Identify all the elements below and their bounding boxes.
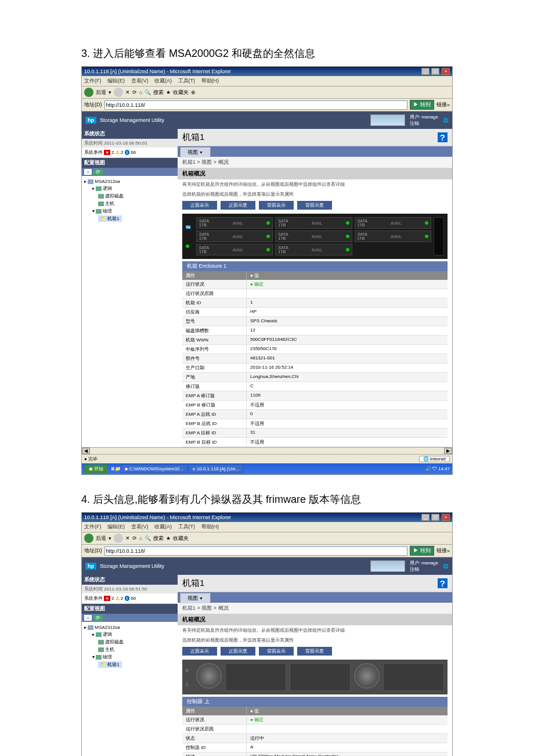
collapse-icon[interactable]: −	[84, 169, 92, 175]
min-icon[interactable]: _	[421, 68, 430, 75]
stop-icon[interactable]: ✕	[125, 89, 130, 95]
view-front-repr[interactable]: 正面表示	[182, 647, 217, 656]
stop-icon[interactable]: ✕	[125, 535, 130, 541]
tree-encl[interactable]: 📁 机箱1	[84, 661, 175, 668]
view-back-repr[interactable]: 背面表示	[259, 201, 294, 210]
menu-tools[interactable]: 工具(T)	[178, 524, 196, 530]
start-button[interactable]: ◉ 开始	[84, 465, 108, 473]
drive-slot[interactable]: SATA1TBAVAIL	[196, 244, 273, 255]
refresh-tree-icon[interactable]: ⟳	[93, 615, 103, 621]
help-icon[interactable]: ?	[438, 132, 448, 142]
drive-slot[interactable]: SATA1TBAVAIL	[355, 217, 431, 229]
tree-root[interactable]: ▸ MSA2312sa	[84, 178, 175, 185]
tree-phys[interactable]: ▾ 物理	[84, 653, 175, 661]
task-ie[interactable]: e 10.0.1.118 [A] (Uni...	[189, 465, 243, 473]
close-icon[interactable]: ×	[442, 514, 450, 521]
sidebar: 系统状态 系统时间 2011-03-18 06:51:50 系统事件 × 2 ⚠…	[82, 575, 178, 756]
back-icon[interactable]	[84, 88, 93, 97]
task-cmd[interactable]: ■ C:\WINDOWS\system32...	[121, 465, 187, 473]
tab-view[interactable]: 视图▼	[180, 147, 211, 157]
system-time: 系统时间 2011-03-18 06:50:03	[82, 139, 178, 147]
window-title: 10.0.1.118 [A] (Uninitialized Name) - Mi…	[84, 514, 231, 520]
scroll-right-icon[interactable]: ▶	[444, 448, 452, 454]
go-button[interactable]: ▶ 转到	[410, 100, 434, 110]
menu-fav[interactable]: 收藏(A)	[154, 524, 172, 530]
home-icon[interactable]: ⌂	[139, 535, 142, 541]
tree-encl[interactable]: 📁 机箱1	[84, 215, 175, 222]
view-back-schem[interactable]: 背面示意	[297, 201, 332, 210]
back-icon[interactable]	[84, 534, 93, 543]
drive-slot[interactable]: SATA1TBAVAIL	[355, 231, 431, 242]
search-icon[interactable]: 🔍	[145, 535, 151, 541]
view-back-schem[interactable]: 背面示意	[297, 647, 332, 656]
menu-edit[interactable]: 编辑(E)	[107, 524, 125, 530]
view-back-repr[interactable]: 背面表示	[259, 647, 294, 656]
history-icon[interactable]: ⊕	[191, 89, 196, 95]
h-scroll[interactable]: ◀▶	[82, 447, 452, 454]
tree-root[interactable]: ▸ MSA2312sa	[84, 624, 175, 631]
fav-icon[interactable]: ★	[166, 535, 171, 541]
lang-icon[interactable]: 🌐	[443, 118, 449, 123]
collapse-icon[interactable]: −	[84, 615, 92, 621]
prop-key: 磁盘插槽数	[182, 326, 246, 335]
tree-host[interactable]: 主机	[84, 646, 175, 653]
warn-icon[interactable]: ⚠	[116, 150, 120, 155]
tree-vd[interactable]: 虚拟磁盘	[84, 638, 175, 646]
lang-icon[interactable]: 🌐	[443, 564, 449, 569]
tab-view[interactable]: 视图▼	[180, 593, 211, 603]
view-front-schem[interactable]: 正面示意	[221, 647, 255, 656]
max-icon[interactable]: □	[431, 68, 439, 75]
tree-logic[interactable]: ▸ 逻辑	[84, 185, 175, 192]
tray-icon-2[interactable]: 🛡	[432, 466, 437, 471]
drive-slot[interactable]: SATA1TBAVAIL	[275, 231, 352, 242]
error-icon[interactable]: ×	[104, 150, 110, 155]
logout-link[interactable]: 注销	[410, 567, 419, 572]
drive-slot[interactable]: SATA1TBAVAIL	[196, 217, 273, 229]
menu-help[interactable]: 帮助(H)	[201, 78, 219, 84]
refresh-icon[interactable]: ⟳	[132, 89, 137, 95]
tray-icon[interactable]: 🔊	[425, 466, 431, 471]
ql-icon[interactable]: 🖥	[110, 466, 115, 471]
drive-slot[interactable]: SATA1TBAVAIL	[196, 231, 273, 242]
menu-help[interactable]: 帮助(H)	[201, 524, 219, 530]
tree-phys[interactable]: ▾ 物理	[84, 207, 175, 215]
view-front-schem[interactable]: 正面示意	[221, 201, 255, 210]
home-icon[interactable]: ⌂	[139, 89, 142, 95]
menu-view[interactable]: 查看(V)	[131, 524, 149, 530]
drive-slot[interactable]: SATA1TBAVAIL	[275, 217, 352, 229]
drive-slot[interactable]: SATA1TBAVAIL	[275, 244, 352, 255]
url-input[interactable]	[104, 100, 408, 110]
max-icon[interactable]: □	[431, 514, 439, 521]
logout-link[interactable]: 注销	[410, 121, 419, 126]
prop-header: 机箱 Enclosure 1	[182, 261, 448, 271]
tree-vd[interactable]: 虚拟磁盘	[84, 192, 175, 200]
refresh-tree-icon[interactable]: ⟳	[93, 169, 103, 175]
min-icon[interactable]: _	[421, 514, 430, 521]
tree-host[interactable]: 主机	[84, 200, 175, 207]
refresh-icon[interactable]: ⟳	[132, 535, 137, 541]
forward-icon[interactable]	[114, 534, 123, 543]
menu-view[interactable]: 查看(V)	[131, 78, 149, 84]
go-button[interactable]: ▶ 转到	[410, 546, 434, 556]
help-icon[interactable]: ?	[438, 578, 448, 588]
error-icon[interactable]: ×	[104, 596, 110, 601]
info-icon[interactable]: i	[125, 596, 129, 601]
info-icon[interactable]: i	[125, 150, 129, 155]
forward-icon[interactable]	[114, 88, 123, 97]
menu-tools[interactable]: 工具(T)	[178, 78, 196, 84]
url-input[interactable]	[104, 546, 408, 556]
warn-icon[interactable]: ⚠	[116, 596, 120, 601]
search-icon[interactable]: 🔍	[145, 89, 151, 95]
side-config-header: 配置视图	[82, 604, 178, 614]
scroll-left-icon[interactable]: ◀	[82, 448, 90, 454]
fav-icon[interactable]: ★	[166, 89, 171, 95]
close-icon[interactable]: ×	[442, 68, 450, 75]
tree-logic[interactable]: ▸ 逻辑	[84, 631, 175, 638]
property-row: 机箱 WWN500C0FF0118482C3C	[182, 336, 448, 345]
menu-edit[interactable]: 编辑(E)	[107, 78, 125, 84]
menu-file[interactable]: 文件(F)	[84, 78, 102, 84]
menu-file[interactable]: 文件(F)	[84, 524, 102, 530]
view-front-repr[interactable]: 正面表示	[182, 201, 217, 210]
ql-icon-2[interactable]: 📁	[115, 466, 121, 471]
menu-fav[interactable]: 收藏(A)	[154, 78, 172, 84]
